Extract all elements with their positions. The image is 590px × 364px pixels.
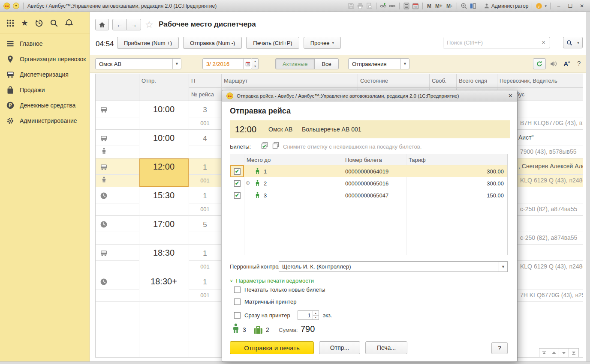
spin-down-icon[interactable]: ▼ — [252, 64, 258, 69]
history-icon[interactable] — [35, 19, 43, 27]
ticket-checkbox[interactable]: ✔ — [230, 189, 244, 201]
checkbox-print-only-new-tickets[interactable]: Печатать только новые билеты — [234, 286, 325, 293]
split-view-icon[interactable] — [470, 3, 476, 9]
sound-icon[interactable] — [550, 60, 557, 68]
memory-plus-button[interactable]: M+ — [434, 3, 443, 9]
col-carrier-driver[interactable]: Перевозчик, Водитель — [500, 78, 557, 84]
sections-menu-icon[interactable] — [6, 19, 15, 27]
bus-cell[interactable]: 7900 (43), в578ыв55 — [520, 148, 577, 155]
sidebar-item-administration[interactable]: Администрирование — [0, 113, 90, 128]
minimize-button[interactable]: – — [554, 3, 563, 9]
filter-toggle-active[interactable]: Активные — [275, 58, 315, 69]
departure-time-cell[interactable]: 10:00 — [139, 130, 189, 158]
departure-time-cell[interactable]: 18:30 — [139, 245, 189, 273]
home-button[interactable] — [95, 19, 109, 30]
bus-cell[interactable]: KLQ 6129 Q (43), п248оп — [520, 263, 583, 270]
memory-minus-button[interactable]: M- — [446, 3, 453, 9]
more-button[interactable]: Прочее▾ — [304, 37, 341, 49]
print-button[interactable]: Печать (Ctrl+P) — [246, 37, 299, 49]
info-icon[interactable]: i — [536, 3, 542, 9]
maximize-button[interactable]: ☐ — [566, 3, 575, 9]
ticket-row[interactable]: ✔300000000065047150.00 — [230, 189, 507, 201]
platform-cell[interactable]: 1 — [189, 163, 221, 172]
col-platform[interactable]: П — [191, 78, 195, 84]
ticket-checkbox[interactable]: ✔ — [230, 177, 244, 189]
spin-down-icon[interactable]: ▼ — [313, 315, 319, 320]
search-icon[interactable] — [50, 19, 58, 27]
col-departure[interactable]: Отпр. — [141, 78, 156, 84]
copies-spinner[interactable]: ▲▼ — [313, 311, 319, 319]
search-input[interactable] — [443, 37, 537, 48]
date-field[interactable]: 3/ 2/2016 31 — [202, 58, 252, 69]
dialog-close-button[interactable]: ✕ — [508, 92, 513, 99]
sidebar-item-dispatching[interactable]: Диспетчеризация — [0, 67, 90, 82]
bus-cell[interactable]: с-250 (82), а874ва55 — [520, 206, 577, 212]
scroll-to-top-button[interactable] — [539, 348, 549, 358]
station-select[interactable]: Омск АВ ▼ — [95, 58, 181, 69]
checkbox-icon[interactable] — [234, 298, 241, 305]
favorite-star-icon[interactable]: ☆ — [145, 19, 154, 30]
col-state[interactable]: Состояние — [360, 78, 388, 84]
go-to-link-icon[interactable] — [389, 3, 396, 9]
checkbox-icon[interactable] — [234, 286, 241, 293]
notifications-bell-icon[interactable] — [65, 19, 73, 27]
help-icon[interactable]: ? — [577, 60, 581, 67]
uncheck-all-icon[interactable] — [272, 142, 280, 149]
ticket-checkbox[interactable]: ✔ — [230, 165, 244, 177]
departure-time-cell[interactable]: 10:00 — [139, 101, 189, 130]
expand-icon[interactable]: ⊕ — [246, 180, 250, 185]
search-button[interactable]: ▾ — [563, 37, 583, 48]
checkbox-straight-to-printer[interactable]: Сразу на принтер1▲▼экз. — [234, 310, 332, 320]
platform-cell[interactable]: 4 — [189, 134, 221, 143]
flight-number-cell[interactable]: 001 — [189, 120, 221, 126]
departure-time-cell[interactable]: 18:30+ — [139, 273, 189, 302]
sidebar-item-transport-organization[interactable]: Организация перевозок — [0, 51, 90, 67]
sidebar-item-main[interactable]: Главное — [0, 36, 90, 51]
send-button[interactable]: Отпр... — [319, 341, 360, 354]
departure-time-cell[interactable]: 12:00 — [139, 158, 189, 187]
col-seat-to[interactable]: Место до — [247, 157, 271, 163]
spin-up-icon[interactable]: ▲ — [252, 59, 258, 64]
flight-number-cell[interactable]: 001 — [189, 292, 221, 298]
departure-time-cell[interactable]: 17:00 — [139, 216, 189, 245]
close-button[interactable]: ✕ — [577, 3, 587, 9]
zoom-icon[interactable] — [461, 3, 467, 9]
platform-cell[interactable]: 5 — [189, 221, 221, 229]
date-spinner[interactable]: ▲▼ — [252, 58, 259, 69]
print-params-section[interactable]: ∨ Параметры печати ведомости — [230, 277, 314, 284]
checkbox-matrix-printer[interactable]: Матричный принтер — [234, 298, 297, 305]
check-all-icon[interactable] — [261, 142, 268, 149]
clear-search-icon[interactable]: ✕ — [537, 37, 550, 48]
flight-number-cell[interactable]: 001 — [189, 206, 221, 212]
sidebar-item-money[interactable]: ₽Денежные средства — [0, 98, 90, 113]
get-link-icon[interactable] — [380, 3, 387, 9]
calculator-icon[interactable] — [403, 3, 410, 9]
font-size-icon[interactable]: A — [563, 60, 571, 67]
col-route[interactable]: Маршрут — [224, 78, 247, 84]
print-sheet-button[interactable]: Печа... — [365, 341, 407, 354]
sidebar-item-sales[interactable]: Продажи — [0, 82, 90, 98]
calendar-picker-icon[interactable]: 31 — [243, 59, 252, 69]
view-mode-select[interactable]: Отправления ▼ — [348, 58, 409, 69]
bus-cell[interactable]: с-250 (82), а874ва55 — [520, 234, 577, 241]
bus-cell[interactable]: В7Н KLQ6770G (43), в25 — [520, 119, 583, 126]
scroll-up-button[interactable] — [549, 348, 559, 358]
scroll-to-bottom-button[interactable] — [569, 348, 579, 358]
controller-select[interactable]: Щеголь И. К. (Контроллер) ▼ — [279, 261, 508, 272]
arrival-button[interactable]: Прибытие (Num +) — [117, 37, 179, 49]
system-menu-icon[interactable] — [13, 3, 19, 9]
ticket-row[interactable]: ✔100000000064019300.00 — [230, 165, 507, 177]
col-ticket-number[interactable]: Номер билета — [345, 157, 382, 163]
dialog-help-button[interactable]: ? — [491, 342, 508, 354]
spin-up-icon[interactable]: ▲ — [313, 311, 319, 315]
memory-button[interactable]: M — [426, 3, 432, 9]
flight-number-cell[interactable]: 001 — [189, 263, 221, 270]
checkbox-icon[interactable] — [234, 312, 241, 319]
current-user[interactable]: Администратор — [484, 3, 529, 9]
calendar-icon[interactable]: 31 — [412, 3, 419, 9]
departure-time-cell[interactable]: 15:30 — [139, 187, 189, 216]
chevron-down-icon[interactable]: ▾ — [545, 4, 547, 8]
favorites-star-icon[interactable]: ★ — [21, 18, 28, 28]
copies-input[interactable]: 1▲▼ — [298, 310, 319, 320]
ticket-row[interactable]: ✔⊕200000000065016300.00 — [230, 177, 507, 189]
